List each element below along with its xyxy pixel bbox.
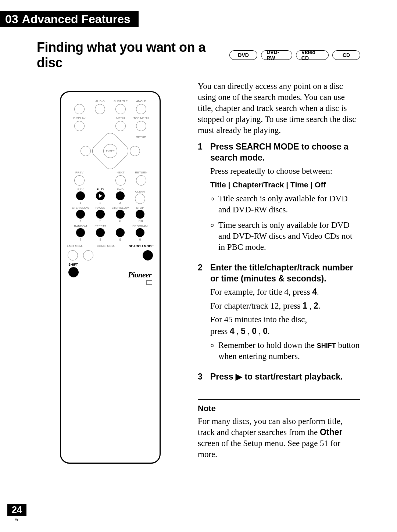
remote-label: SETUP — [136, 136, 146, 139]
search-modes: Title | Chapter/Track | Time | Off — [210, 180, 360, 190]
remote-condmem-button — [83, 250, 93, 260]
section-title: Finding what you want on a disc — [37, 40, 226, 71]
remote-search-mode-label: SEARCH MODE — [129, 244, 154, 248]
step-number: 1 — [198, 141, 210, 257]
chapter-number: 03 — [5, 12, 18, 26]
remote-shift-label: SHIFT — [68, 263, 78, 266]
remote-search-mode-button — [143, 250, 153, 260]
remote-lastmem-button — [68, 250, 78, 260]
chapter-title: Advanced Features — [22, 12, 130, 26]
remote-label — [71, 100, 88, 103]
chapter-header-black: 03 Advanced Features — [0, 11, 139, 27]
remote-label: ANGLE — [133, 100, 150, 103]
note-body: For many discs, you can also perform tit… — [198, 416, 360, 460]
step-heading: Press ▶ to start/restart playback. — [210, 371, 360, 382]
page-number: 24 — [7, 504, 26, 516]
step-example: For chapter/track 12, press 1 , 2. — [210, 301, 360, 312]
media-pill-dvd-rw: DVD-RW — [261, 50, 292, 60]
remote-illustration-column: AUDIO SUBTITLE ANGLE DISPLAY MENU TOP ME… — [37, 81, 184, 464]
remote-label: FWD — [117, 188, 124, 191]
remote-left-button — [81, 146, 91, 156]
remote-label: SUBTITLE — [112, 100, 129, 103]
remote-brand: Pioneer — [128, 270, 151, 280]
note-rule — [198, 399, 360, 400]
step-heading: Press SEARCH MODE to choose a search mod… — [210, 141, 360, 163]
remote-label: LAST MEM. — [67, 244, 83, 248]
remote-label: PREV — [71, 171, 88, 175]
remote-dpad: SETUP ENTER — [83, 133, 138, 169]
remote-label: DISPLAY — [71, 116, 88, 120]
section-title-row: Finding what you want on a disc DVD DVD-… — [37, 40, 360, 71]
remote-label: RETURN — [133, 171, 150, 175]
media-pill-dvd: DVD — [229, 50, 257, 60]
remote-label: CLEAR — [135, 190, 145, 194]
remote-label — [92, 116, 108, 120]
remote-label: ENTER — [106, 150, 115, 152]
chapter-header: 03 Advanced Features — [0, 11, 397, 27]
content-column: You can directly access any point on a d… — [198, 81, 360, 464]
remote-play-button: PLAY2 — [92, 188, 108, 205]
remote-shift-button — [68, 267, 79, 277]
bullet-text: Remember to hold down the SHIFT button w… — [218, 340, 360, 362]
note-block: Note For many discs, you can also perfor… — [198, 399, 360, 460]
media-pill-cd: CD — [332, 50, 360, 60]
remote-setup-button — [130, 146, 140, 156]
remote-id-badge — [146, 280, 152, 285]
note-title: Note — [198, 403, 360, 414]
step-example: press 4 , 5 , 0 , 0. — [210, 326, 360, 337]
step-example: For 45 minutes into the disc, — [210, 314, 360, 325]
intro-paragraph: You can directly access any point on a d… — [198, 81, 360, 136]
remote-label: NEXT — [112, 171, 129, 175]
remote-label: MENU — [112, 116, 129, 120]
remote-control: AUDIO SUBTITLE ANGLE DISPLAY MENU TOP ME… — [60, 91, 161, 464]
remote-label: AUDIO — [92, 100, 108, 103]
media-pill-videocd: Video CD — [296, 50, 329, 60]
step-number: 3 — [198, 371, 210, 385]
step-subtext: Press repeatedly to choose between: — [210, 166, 360, 177]
page-language: En — [14, 517, 19, 522]
remote-label: COND. MEM. — [97, 244, 115, 248]
bullet-text: Title search is only available for DVD a… — [218, 193, 360, 215]
remote-label: REV — [78, 188, 83, 191]
step-heading: Enter the title/chapter/track number or … — [210, 262, 360, 284]
bullet-text: Time search is only available for DVD an… — [218, 220, 360, 253]
play-icon: ▶ — [236, 372, 242, 381]
step-number: 2 — [198, 262, 210, 366]
page-footer: 24 En — [7, 504, 26, 522]
step-example: For example, for title 4, press 4. — [210, 287, 360, 298]
remote-label: TOP MENU — [133, 116, 150, 120]
